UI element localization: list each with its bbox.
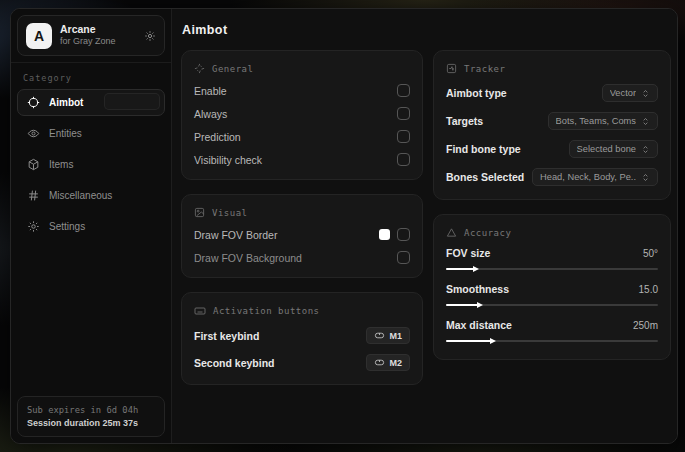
first-keybind-row: First keybind M1	[194, 322, 410, 349]
always-row: Always	[194, 102, 410, 125]
general-panel-header: General	[194, 60, 410, 79]
mouse-icon	[374, 357, 385, 368]
first-keybind-button[interactable]: M1	[366, 327, 410, 344]
main-content: Aimbot General	[172, 9, 677, 443]
sidebar-item-entities[interactable]: Entities	[17, 120, 165, 147]
max-distance-value: 250m	[633, 320, 658, 331]
chevrons-up-down-icon	[641, 145, 650, 154]
draw-fov-background-checkbox[interactable]	[397, 251, 410, 264]
max-distance-slider[interactable]	[446, 338, 658, 344]
accuracy-panel: Accuracy FOV size 50°	[433, 214, 671, 360]
category-label: Category	[23, 73, 159, 83]
enable-checkbox[interactable]	[397, 84, 410, 97]
sidebar-item-label: Miscellaneous	[49, 190, 112, 201]
crosshair-dashed-icon	[194, 63, 205, 74]
prediction-label: Prediction	[194, 131, 241, 143]
image-icon	[194, 207, 205, 218]
smoothness-group: Smoothness 15.0	[446, 279, 658, 315]
slider-thumb[interactable]	[490, 338, 496, 344]
second-keybind-value: M2	[389, 358, 402, 368]
app-logo: A	[26, 23, 52, 49]
box-icon	[27, 158, 40, 171]
targets-select[interactable]: Bots, Teams, Coms	[548, 112, 658, 130]
always-label: Always	[194, 108, 227, 120]
first-keybind-label: First keybind	[194, 330, 259, 342]
tracker-panel-title: Tracker	[464, 64, 505, 74]
chevrons-up-down-icon	[641, 117, 650, 126]
draw-fov-background-label: Draw FOV Background	[194, 252, 302, 264]
find-bone-type-row: Find bone type Selected bone	[446, 135, 658, 163]
sidebar-item-label: Aimbot	[49, 97, 83, 108]
sidebar-item-settings[interactable]: Settings	[17, 213, 165, 240]
slider-thumb[interactable]	[477, 302, 483, 308]
targets-label: Targets	[446, 115, 483, 127]
sidebar-item-miscellaneous[interactable]: Miscellaneous	[17, 182, 165, 209]
keyboard-icon	[194, 305, 206, 317]
visual-panel-title: Visual	[212, 208, 248, 218]
cheat-menu-window: A Arcane for Gray Zone Category	[10, 8, 678, 444]
always-checkbox[interactable]	[397, 107, 410, 120]
app-title-block: Arcane for Gray Zone	[60, 23, 116, 48]
find-bone-type-select[interactable]: Selected bone	[569, 140, 658, 158]
visual-panel: Visual Draw FOV Border Draw FOV Backgrou…	[181, 194, 423, 278]
sidebar-item-aimbot[interactable]: Aimbot	[17, 89, 165, 116]
scan-icon	[446, 63, 457, 74]
sub-expires-text: Sub expires in 6d 04h	[27, 405, 155, 415]
fov-size-value: 50°	[643, 248, 658, 259]
prediction-checkbox[interactable]	[397, 130, 410, 143]
targets-value: Bots, Teams, Coms	[556, 116, 636, 126]
find-bone-type-value: Selected bone	[577, 144, 636, 154]
bones-selected-row: Bones Selected Head, Neck, Body, Pe..	[446, 163, 658, 191]
second-keybind-row: Second keybind M2	[194, 349, 410, 376]
aimbot-type-select[interactable]: Vector	[602, 84, 658, 102]
accuracy-panel-header: Accuracy	[446, 224, 658, 243]
draw-fov-border-checkbox[interactable]	[397, 228, 410, 241]
tracker-panel: Tracker Aimbot type Vector	[433, 50, 671, 200]
tracker-panel-header: Tracker	[446, 60, 658, 79]
sidebar-header-wrap: A Arcane for Gray Zone	[11, 9, 171, 63]
smoothness-slider[interactable]	[446, 302, 658, 308]
bones-selected-value: Head, Neck, Body, Pe..	[540, 172, 636, 182]
draw-fov-border-row: Draw FOV Border	[194, 223, 410, 246]
second-keybind-label: Second keybind	[194, 357, 275, 369]
slider-thumb[interactable]	[473, 266, 479, 272]
entities-icon	[27, 127, 40, 140]
app-header: A Arcane for Gray Zone	[17, 15, 165, 56]
draw-fov-border-label: Draw FOV Border	[194, 229, 277, 241]
crosshair-icon	[27, 96, 40, 109]
aimbot-type-label: Aimbot type	[446, 87, 507, 99]
aimbot-type-row: Aimbot type Vector	[446, 79, 658, 107]
bones-selected-select[interactable]: Head, Neck, Body, Pe..	[532, 168, 658, 186]
fov-size-slider[interactable]	[446, 266, 658, 272]
activation-panel-header: Activation buttons	[194, 302, 410, 322]
visibility-check-label: Visibility check	[194, 154, 262, 166]
smoothness-label: Smoothness	[446, 283, 509, 295]
session-duration-text: Session duration 25m 37s	[27, 418, 155, 428]
find-bone-type-label: Find bone type	[446, 143, 521, 155]
page-title: Aimbot	[182, 23, 671, 37]
draw-fov-background-row: Draw FOV Background	[194, 246, 410, 269]
visual-panel-header: Visual	[194, 204, 410, 223]
second-keybind-button[interactable]: M2	[366, 354, 410, 371]
app-name: Arcane	[60, 23, 116, 37]
activation-panel-title: Activation buttons	[213, 306, 320, 316]
sidebar-item-items[interactable]: Items	[17, 151, 165, 178]
fov-border-color-swatch[interactable]	[379, 229, 390, 240]
sidebar-nav: Aimbot Entities	[11, 87, 171, 242]
sidebar-item-label: Items	[49, 159, 73, 170]
watermark	[104, 93, 160, 110]
max-distance-label: Max distance	[446, 319, 512, 331]
accuracy-panel-title: Accuracy	[464, 228, 511, 238]
sidebar-item-label: Settings	[49, 221, 85, 232]
targets-row: Targets Bots, Teams, Coms	[446, 107, 658, 135]
general-panel-title: General	[212, 64, 253, 74]
subscription-info-box: Sub expires in 6d 04h Session duration 2…	[17, 396, 165, 437]
max-distance-group: Max distance 250m	[446, 315, 658, 351]
fov-size-label: FOV size	[446, 247, 490, 259]
fov-size-group: FOV size 50°	[446, 243, 658, 279]
visibility-check-checkbox[interactable]	[397, 153, 410, 166]
sidebar: A Arcane for Gray Zone Category	[11, 9, 172, 443]
sidebar-item-label: Entities	[49, 128, 82, 139]
prediction-row: Prediction	[194, 125, 410, 148]
settings-gear-icon[interactable]	[144, 30, 156, 42]
